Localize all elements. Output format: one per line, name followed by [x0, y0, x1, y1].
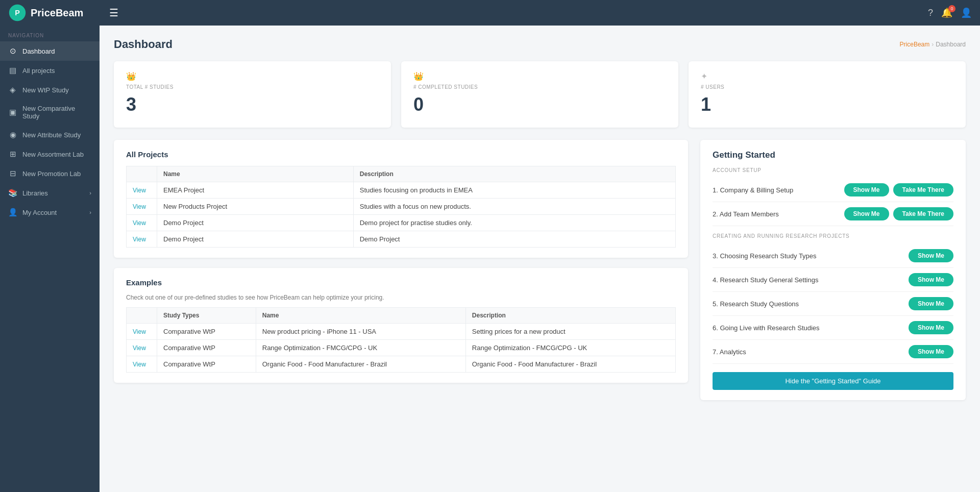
sidebar-item-my-account[interactable]: 👤 My Account ›: [0, 203, 100, 222]
ex-col-name: Name: [256, 308, 465, 324]
gs-step-1-label: 1. Company & Billing Setup: [713, 186, 840, 194]
gs-step-4-label: 4. Research Study General Settings: [713, 276, 904, 284]
col-header-actions: [127, 166, 157, 182]
sidebar-item-new-assortment-lab[interactable]: ⊞ New Assortment Lab: [0, 144, 100, 164]
examples-table: Study Types Name Description View Compar…: [126, 307, 676, 373]
gs-step-1: 1. Company & Billing Setup Show Me Take …: [713, 178, 953, 202]
libraries-icon: 📚: [8, 188, 17, 198]
gs-step-4: 4. Research Study General Settings Show …: [713, 268, 953, 292]
all-projects-title: All Projects: [126, 150, 676, 159]
project-name: Demo Project: [157, 231, 354, 248]
wtp-icon: ◈: [8, 85, 17, 94]
view-project-link[interactable]: View: [133, 219, 146, 227]
project-name: EMEA Project: [157, 182, 354, 199]
gs-step-6-label: 6. Going Live with Research Studies: [713, 324, 904, 332]
gs-step-5-label: 5. Research Study Questions: [713, 300, 904, 308]
stat-card-completed-studies: 👑 # COMPLETED STUDIES 0: [401, 61, 678, 128]
example-study-type: Comparative WtP: [157, 324, 256, 340]
content-row: All Projects Name Description View EMEA …: [114, 140, 966, 400]
help-icon: ?: [928, 8, 933, 18]
ex-col-description: Description: [465, 308, 675, 324]
app-layout: NAVIGATION ⊙ Dashboard ▤ All projects ◈ …: [0, 26, 980, 492]
gs-step-6: 6. Going Live with Research Studies Show…: [713, 316, 953, 340]
stat-card-total-studies: 👑 TOTAL # STUDIES 3: [114, 61, 391, 128]
show-me-button-3[interactable]: Show Me: [909, 249, 953, 262]
example-name: Organic Food - Food Manufacturer - Brazi…: [256, 356, 465, 373]
getting-started-title: Getting Started: [713, 150, 953, 160]
sidebar-item-dashboard[interactable]: ⊙ Dashboard: [0, 41, 100, 61]
sidebar-item-all-projects[interactable]: ▤ All projects: [0, 61, 100, 80]
show-me-button-4[interactable]: Show Me: [909, 273, 953, 286]
sidebar-item-new-promotion-lab[interactable]: ⊟ New Promotion Lab: [0, 164, 100, 183]
example-description: Organic Food - Food Manufacturer - Brazi…: [465, 356, 675, 373]
example-name: New product pricing - iPhone 11 - USA: [256, 324, 465, 340]
examples-note: Check out one of our pre-defined studies…: [126, 294, 676, 301]
project-name: Demo Project: [157, 215, 354, 231]
stat-icon-1: 👑: [413, 71, 666, 81]
sidebar: NAVIGATION ⊙ Dashboard ▤ All projects ◈ …: [0, 26, 100, 492]
show-me-button-7[interactable]: Show Me: [909, 345, 953, 358]
show-me-button-5[interactable]: Show Me: [909, 297, 953, 310]
breadcrumb-separator: ›: [932, 41, 934, 48]
menu-toggle-button[interactable]: ☰: [105, 5, 122, 21]
stat-value-2: 1: [701, 94, 953, 115]
sidebar-item-label: Dashboard: [22, 47, 55, 55]
notifications-button[interactable]: 🔔 0: [941, 7, 952, 18]
sidebar-item-label: My Account: [22, 209, 57, 216]
example-description: Setting prices for a new product: [465, 324, 675, 340]
sidebar-item-new-comparative-study[interactable]: ▣ New Comparative Study: [0, 100, 100, 125]
stat-label-0: TOTAL # STUDIES: [126, 84, 379, 90]
col-header-name: Name: [157, 166, 354, 182]
all-projects-section: All Projects Name Description View EMEA …: [114, 140, 688, 258]
page-title: Dashboard: [114, 38, 173, 51]
table-row: View Comparative WtP New product pricing…: [127, 324, 676, 340]
show-me-button-6[interactable]: Show Me: [909, 321, 953, 334]
sidebar-item-new-wtp-study[interactable]: ◈ New WtP Study: [0, 80, 100, 100]
research-label: CREATING AND RUNNING RESEARCH PROJECTS: [713, 233, 953, 239]
table-row: View Demo Project Demo project for pract…: [127, 215, 676, 231]
project-description: Demo project for practise studies only.: [353, 215, 675, 231]
examples-section: Examples Check out one of our pre-define…: [114, 268, 688, 383]
sidebar-item-new-attribute-study[interactable]: ◉ New Attribute Study: [0, 125, 100, 144]
breadcrumb-current: Dashboard: [936, 41, 966, 48]
getting-started-panel: Getting Started ACCOUNT SETUP 1. Company…: [700, 140, 966, 400]
sidebar-item-label: New Promotion Lab: [22, 170, 81, 178]
show-me-button-2[interactable]: Show Me: [844, 207, 889, 220]
help-button[interactable]: ?: [928, 8, 933, 18]
main-content: Dashboard PriceBeam › Dashboard 👑 TOTAL …: [100, 26, 980, 492]
view-example-link[interactable]: View: [133, 328, 146, 335]
view-project-link[interactable]: View: [133, 203, 146, 210]
dashboard-icon: ⊙: [8, 46, 17, 56]
stat-value-0: 3: [126, 94, 379, 115]
stat-label-1: # COMPLETED STUDIES: [413, 84, 666, 90]
hide-guide-button[interactable]: Hide the "Getting Started" Guide: [713, 372, 953, 390]
left-column: All Projects Name Description View EMEA …: [114, 140, 688, 393]
user-button[interactable]: 👤: [961, 7, 972, 18]
topbar: P PriceBeam ☰ ? 🔔 0 👤: [0, 0, 980, 26]
notification-badge: 0: [948, 5, 955, 12]
take-me-there-button-1[interactable]: Take Me There: [893, 183, 953, 196]
sidebar-item-libraries[interactable]: 📚 Libraries ›: [0, 183, 100, 203]
col-header-description: Description: [353, 166, 675, 182]
assortment-icon: ⊞: [8, 150, 17, 159]
view-example-link[interactable]: View: [133, 345, 146, 352]
sidebar-item-label: New Assortment Lab: [22, 151, 84, 158]
examples-title: Examples: [126, 278, 676, 287]
example-name: Range Optimization - FMCG/CPG - UK: [256, 340, 465, 356]
gs-step-5: 5. Research Study Questions Show Me: [713, 292, 953, 316]
example-study-type: Comparative WtP: [157, 356, 256, 373]
sidebar-nav-label: NAVIGATION: [0, 26, 100, 41]
account-icon: 👤: [8, 208, 17, 217]
take-me-there-button-2[interactable]: Take Me There: [893, 207, 953, 220]
ex-col-actions: [127, 308, 157, 324]
project-description: Studies with a focus on new products.: [353, 199, 675, 215]
all-projects-table: Name Description View EMEA Project Studi…: [126, 166, 676, 248]
chevron-right-icon: ›: [89, 190, 91, 196]
ex-col-study-types: Study Types: [157, 308, 256, 324]
stat-label-2: # USERS: [701, 84, 953, 90]
show-me-button-1[interactable]: Show Me: [844, 183, 889, 196]
breadcrumb-home-link[interactable]: PriceBeam: [900, 41, 930, 48]
view-project-link[interactable]: View: [133, 236, 146, 243]
view-example-link[interactable]: View: [133, 361, 146, 368]
view-project-link[interactable]: View: [133, 187, 146, 194]
